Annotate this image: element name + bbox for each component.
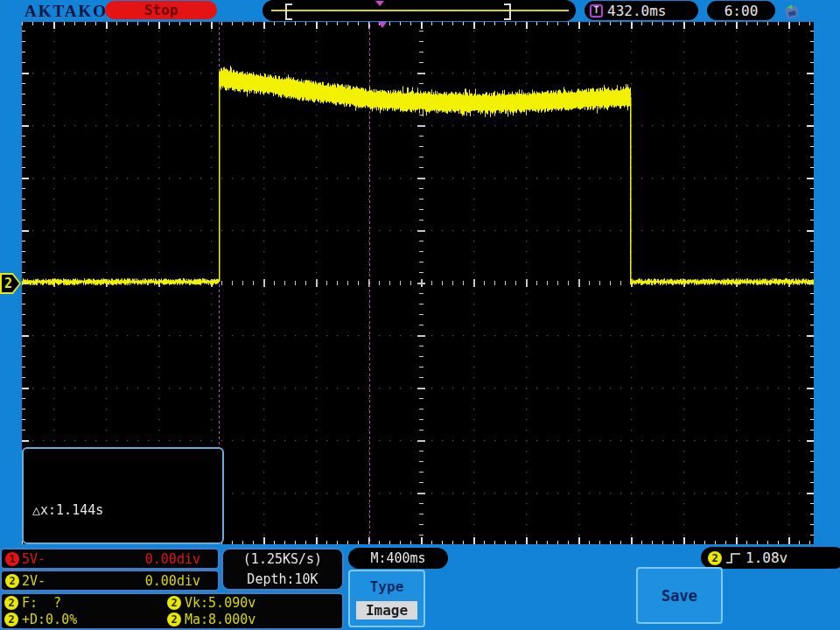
channel2-scale: 2V- [22,573,46,589]
channel1-status: 1 5V- 0.00div [0,548,220,570]
channel2-position: 0.00div [145,573,200,589]
acquisition-info: (1.25KS/s) Depth:10K [221,548,344,591]
storage-icon [783,4,801,19]
measurement-ma-value: Ma:8.000v [185,612,256,627]
trigger-position-marker-icon [375,1,384,6]
measurement-ma: 2 Ma:8.000v [167,612,340,627]
record-memory-line [271,10,569,11]
type-menu-button[interactable]: Type Image [348,570,425,627]
trigger-offset-readout: T 432.0ms [584,1,698,20]
measurement-channel-badge: 2 [4,612,18,626]
channel1-badge: 1 [5,552,19,566]
channel2-badge: 2 [5,574,19,588]
measurement-channel-badge: 2 [167,612,181,626]
window-right-bracket [504,4,511,20]
measurement-channel-badge: 2 [4,596,18,610]
timebase-readout: M:400ms [348,548,448,569]
measurement-channel-badge: 2 [167,596,181,610]
trigger-level-readout: 2 1.08v [701,547,840,569]
measurement-frequency-value: F: ? [22,595,61,611]
measurement-vk-value: Vk:5.090v [185,595,256,611]
save-button[interactable]: Save [636,567,723,624]
trigger-offset-value: 432.0ms [607,3,666,19]
clock: 6:00 [707,1,775,20]
measurement-frequency: 2 F: ? [4,595,167,611]
record-position-bar [262,0,576,21]
measurement-vk: 2 Vk:5.090v [167,595,340,611]
memory-depth: Depth:10K [247,570,318,590]
cursor-measurement-box: △x:1.144s 1/△x:0.874HZ x1:1.112s x2:-32.… [22,447,224,544]
oscilloscope-screen: { "top_bar": { "brand": "AKTAKOM", "run_… [0,0,840,630]
measurement-duty: 2 +D:0.0% [4,612,167,627]
measurements-panel: 2 F: ? 2 Vk:5.090v 2 +D:0.0% 2 Ma:8.000v [0,592,344,630]
trigger-t-icon: T [590,4,603,18]
channel2-status: 2 2V- 0.00div [0,570,220,592]
sample-rate: (1.25KS/s) [243,550,322,570]
channel1-scale: 5V- [22,551,46,567]
cursor-delta-x: △x:1.144s [32,499,222,522]
run-stop-indicator[interactable]: Stop [105,1,217,19]
type-menu-selected-value[interactable]: Image [356,601,417,620]
rising-edge-icon [725,551,742,565]
window-left-bracket [285,4,292,20]
trigger-channel-badge: 2 [708,551,722,565]
trigger-level-value: 1.08v [746,550,788,566]
channel2-position-marker[interactable]: 2 [0,273,21,294]
channel1-position: 0.00div [145,551,200,567]
type-menu-label: Type [350,578,424,595]
measurement-duty-value: +D:0.0% [22,612,77,627]
channel2-position-label: 2 [2,275,19,292]
